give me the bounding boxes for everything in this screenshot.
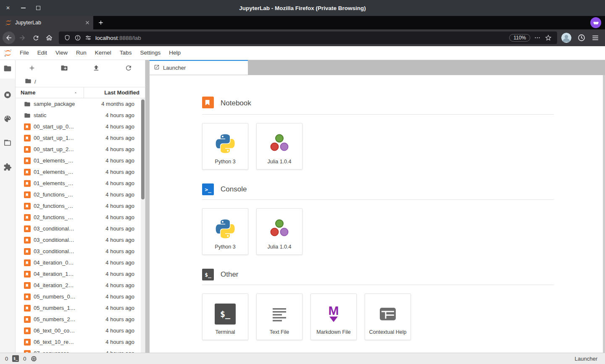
tracking-shield-icon[interactable] (64, 34, 71, 41)
file-list-scrollbar[interactable] (141, 98, 145, 353)
launcher-card-julia-1-0-4[interactable]: Julia 1.0.4 (256, 123, 302, 170)
back-button[interactable] (3, 31, 15, 44)
markdown-icon: M (323, 303, 345, 325)
scrollbar-thumb[interactable] (141, 100, 145, 199)
sidebar-tab-extensions[interactable] (0, 159, 15, 177)
file-row[interactable]: 06_text_10_re…4 hours ago (16, 336, 145, 348)
terminal-count[interactable]: 0 (5, 356, 8, 362)
column-header-modified[interactable]: Last Modified (84, 87, 145, 98)
menu-hamburger-icon[interactable] (592, 34, 599, 42)
file-row[interactable]: 01_elements_…4 hours ago (16, 155, 145, 166)
home-button[interactable] (43, 31, 55, 44)
file-row[interactable]: 02_functions_…4 hours ago (16, 200, 145, 212)
menu-item-file[interactable]: File (16, 46, 33, 60)
upload-button[interactable] (92, 64, 100, 72)
file-row[interactable]: 07_sequences…4 hours ago (16, 348, 145, 353)
kernel-count[interactable]: 0 (23, 356, 26, 362)
new-folder-button[interactable] (60, 64, 68, 72)
menu-item-settings[interactable]: Settings (136, 46, 165, 60)
file-row[interactable]: 00_start_up_2…4 hours ago (16, 144, 145, 155)
kernel-chip-icon[interactable] (30, 355, 37, 362)
url-host: localhost (95, 35, 118, 41)
file-name: 03_conditional… (34, 225, 105, 232)
launcher-section-console: >_ConsolePython 3Julia 1.0.4 (202, 183, 554, 255)
menu-item-help[interactable]: Help (165, 46, 185, 60)
window-close-button[interactable]: ✕ (5, 5, 11, 11)
launcher-card-text-file[interactable]: Text File (256, 293, 302, 340)
file-name: 02_functions_… (34, 203, 105, 209)
file-browser-panel: / Name Last Modified sample_package4 mon… (16, 60, 145, 353)
contextual-help-icon (377, 303, 399, 325)
file-row[interactable]: 03_conditional…4 hours ago (16, 234, 145, 246)
file-modified: 4 hours ago (105, 350, 134, 353)
tab-close-icon[interactable] (85, 20, 90, 25)
profile-avatar[interactable] (561, 33, 571, 43)
window-minimize-button[interactable] (20, 5, 26, 11)
palette-icon (3, 115, 12, 125)
menu-item-edit[interactable]: Edit (33, 46, 51, 60)
file-row[interactable]: 06_text_00_co…4 hours ago (16, 325, 145, 336)
panel-splitter[interactable] (145, 60, 150, 353)
launcher-card-python-3[interactable]: Python 3 (202, 123, 248, 170)
bookmark-star-icon[interactable] (544, 34, 552, 42)
card-label: Julia 1.0.4 (268, 159, 292, 165)
file-row[interactable]: 05_numbers_0…4 hours ago (16, 291, 145, 302)
file-row[interactable]: 01_elements_…4 hours ago (16, 178, 145, 189)
launcher-tab-icon (154, 64, 160, 71)
file-row[interactable]: 04_iteration_2…4 hours ago (16, 280, 145, 291)
page-actions-icon[interactable] (534, 34, 541, 41)
column-header-name[interactable]: Name (16, 87, 84, 98)
file-row[interactable]: 02_functions_…4 hours ago (16, 212, 145, 223)
file-row[interactable]: 05_numbers_2…4 hours ago (16, 314, 145, 325)
file-modified: 4 hours ago (105, 316, 134, 322)
file-row[interactable]: 00_start_up_0…4 hours ago (16, 121, 145, 132)
new-tab-button[interactable] (93, 16, 108, 29)
dock-scrollbar-track[interactable] (603, 75, 605, 353)
browser-toolbar: localhost:8888/lab 110% (0, 29, 605, 46)
menu-item-tabs[interactable]: Tabs (116, 46, 136, 60)
breadcrumb[interactable]: / (16, 76, 145, 87)
launcher-card-markdown-file[interactable]: MMarkdown File (310, 293, 357, 340)
private-browsing-icon (590, 17, 601, 28)
notebook-icon (24, 259, 31, 266)
browser-tab-jupyterlab[interactable]: JupyterLab (0, 16, 93, 29)
menu-item-view[interactable]: View (51, 46, 72, 60)
terminal-status-icon[interactable]: $_ (12, 355, 19, 362)
file-row[interactable]: 00_start_up_1…4 hours ago (16, 132, 145, 144)
reload-button[interactable] (29, 31, 42, 44)
url-bar[interactable]: localhost:8888/lab 110% (59, 31, 557, 44)
file-row[interactable]: sample_package4 months ago (16, 98, 145, 110)
window-titlebar: ✕ JupyterLab - Mozilla Firefox (Private … (0, 0, 605, 16)
zoom-level-badge[interactable]: 110% (509, 34, 530, 42)
file-row[interactable]: 03_conditional…4 hours ago (16, 223, 145, 234)
breadcrumb-root[interactable]: / (34, 79, 36, 85)
launcher-card-contextual-help[interactable]: Contextual Help (365, 293, 411, 340)
forward-button[interactable] (16, 31, 29, 44)
launcher-card-terminal[interactable]: $_Terminal (202, 293, 248, 340)
sidebar-tab-open-tabs[interactable] (0, 134, 15, 153)
tab-launcher[interactable]: Launcher (150, 60, 248, 75)
file-row[interactable]: 04_iteration_1…4 hours ago (16, 268, 145, 280)
new-launcher-button[interactable] (28, 64, 36, 72)
launcher-card-python-3[interactable]: Python 3 (202, 208, 248, 255)
file-row[interactable]: 03_conditional…4 hours ago (16, 246, 145, 257)
sidebar-tab-running[interactable] (0, 86, 15, 105)
file-browser-toolbar (16, 60, 145, 76)
site-info-icon[interactable] (74, 34, 81, 41)
file-name: 01_elements_… (34, 157, 105, 164)
file-row[interactable]: 04_iteration_0…4 hours ago (16, 257, 145, 268)
file-row[interactable]: 01_elements_…4 hours ago (16, 166, 145, 178)
file-row[interactable]: static4 hours ago (16, 110, 145, 121)
refresh-button[interactable] (125, 64, 132, 72)
permissions-icon[interactable] (85, 34, 92, 41)
file-row[interactable]: 05_numbers_1…4 hours ago (16, 302, 145, 314)
window-maximize-button[interactable] (35, 5, 41, 11)
sidebar-tab-commands[interactable] (0, 110, 15, 129)
file-modified: 4 hours ago (105, 327, 134, 334)
launcher-card-julia-1-0-4[interactable]: Julia 1.0.4 (256, 208, 302, 255)
file-row[interactable]: 02_functions_…4 hours ago (16, 189, 145, 200)
menu-item-run[interactable]: Run (72, 46, 91, 60)
menu-item-kernel[interactable]: Kernel (91, 46, 116, 60)
sidebar-tab-filebrowser[interactable] (0, 60, 15, 79)
history-clock-icon[interactable] (577, 34, 586, 42)
